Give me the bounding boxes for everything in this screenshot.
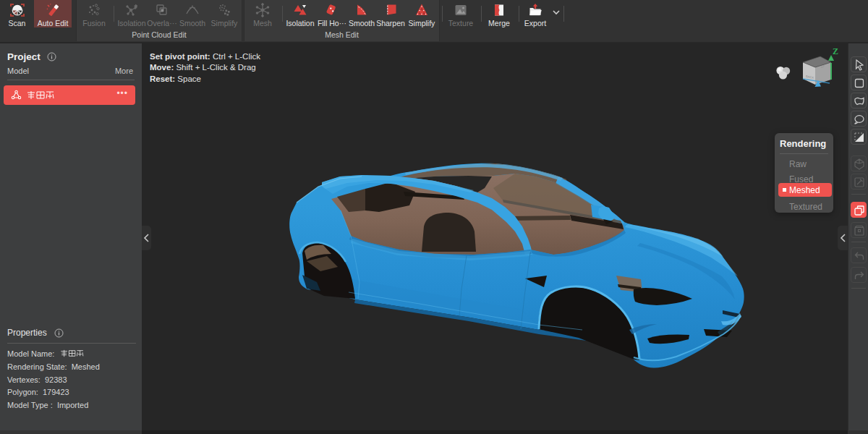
svg-text:Z: Z (833, 46, 838, 56)
svg-text:LF: LF (821, 64, 825, 69)
